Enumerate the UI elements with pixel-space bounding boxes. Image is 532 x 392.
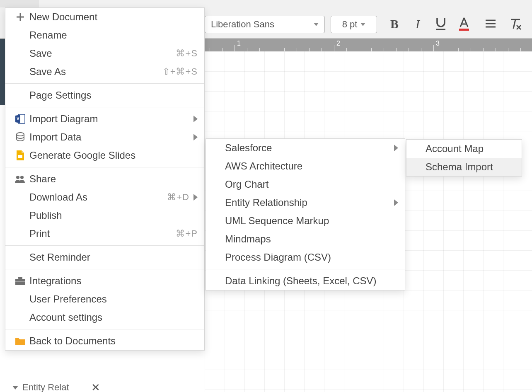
menu-label: Print — [29, 228, 171, 240]
collapse-triangle-icon — [12, 386, 18, 390]
menu-separator — [5, 245, 204, 246]
clear-formatting-icon — [508, 18, 522, 30]
menu-label: Generate Google Slides — [29, 150, 198, 161]
submenu-item-aws-architecture[interactable]: AWS Architecture — [206, 157, 405, 175]
menu-separator — [5, 107, 204, 107]
menu-label: User Preferences — [29, 293, 198, 305]
menu-label: Share — [29, 173, 198, 185]
submenu-item-account-map[interactable]: Account Map — [406, 140, 522, 158]
menu-label: Entity Relationship — [225, 197, 390, 208]
menu-item-page-settings[interactable]: Page Settings — [5, 86, 204, 104]
menu-label: Import Data — [29, 131, 189, 143]
clear-formatting-button[interactable] — [506, 15, 525, 33]
folder-icon — [11, 336, 29, 346]
menu-label: Org Chart — [225, 179, 398, 190]
menu-item-rename[interactable]: Rename — [5, 26, 204, 44]
submenu-item-schema-import[interactable]: Schema Import — [406, 158, 522, 176]
menu-item-user-preferences[interactable]: User Preferences — [5, 290, 204, 308]
ruler-mark: 3 — [436, 40, 440, 47]
align-button[interactable] — [481, 15, 500, 33]
italic-icon: I — [416, 17, 420, 31]
submenu-item-process-diagram-csv[interactable]: Process Diagram (CSV) — [206, 248, 405, 266]
menu-label: New Document — [29, 11, 198, 23]
submenu-item-mindmaps[interactable]: Mindmaps — [206, 230, 405, 248]
share-icon — [11, 174, 29, 184]
svg-rect-1 — [459, 29, 469, 31]
shape-panel-header[interactable]: Entity Relat ✕ — [12, 381, 112, 392]
menu-item-print[interactable]: Print ⌘+P — [5, 225, 204, 243]
menu-label: Integrations — [29, 275, 198, 287]
menu-item-download-as[interactable]: Download As ⌘+D — [5, 188, 204, 206]
menu-item-set-reminder[interactable]: Set Reminder — [5, 248, 204, 266]
text-color-icon — [458, 17, 470, 31]
submenu-item-uml-sequence[interactable]: UML Sequence Markup — [206, 212, 405, 230]
font-family-select[interactable]: Liberation Sans — [205, 16, 325, 33]
menu-item-new-document[interactable]: New Document — [5, 8, 204, 26]
google-slides-icon — [11, 150, 29, 161]
text-color-button[interactable] — [455, 15, 473, 33]
underline-button[interactable] — [432, 15, 450, 33]
menu-label: Mindmaps — [225, 233, 398, 245]
align-icon — [484, 19, 497, 29]
horizontal-ruler: 1 2 3 — [205, 39, 532, 51]
submenu-caret-icon — [193, 134, 198, 140]
svg-point-13 — [20, 176, 24, 179]
menu-item-publish[interactable]: Publish — [5, 206, 204, 225]
menu-label: Account settings — [29, 312, 198, 323]
menu-label: Set Reminder — [29, 252, 198, 263]
submenu-caret-icon — [193, 194, 198, 201]
left-panel-edge — [0, 39, 5, 105]
menu-label: Rename — [29, 29, 198, 41]
menu-label: Data Linking (Sheets, Excel, CSV) — [225, 275, 398, 287]
ruler-mark: 2 — [336, 40, 340, 47]
ruler-mark: 1 — [237, 40, 241, 47]
svg-rect-16 — [15, 281, 25, 282]
briefcase-icon — [11, 276, 29, 286]
caret-down-icon — [360, 23, 365, 26]
menu-item-import-data[interactable]: Import Data — [5, 128, 204, 146]
menu-label: Download As — [29, 191, 162, 203]
menu-item-save-as[interactable]: Save As ⇧+⌘+S — [5, 63, 204, 81]
svg-rect-11 — [18, 155, 22, 158]
caret-down-icon — [314, 23, 319, 26]
shortcut: ⌘+D — [167, 192, 189, 203]
menu-item-integrations[interactable]: Integrations — [5, 272, 204, 290]
menu-label: Save As — [29, 66, 157, 77]
file-menu: New Document Rename Save ⌘+S Save As ⇧+⌘… — [5, 7, 205, 351]
shortcut: ⌘+S — [176, 48, 198, 59]
menu-separator — [5, 167, 204, 167]
menu-label: UML Sequence Markup — [225, 215, 398, 227]
font-size-value: 8 pt — [342, 19, 358, 30]
italic-button[interactable]: I — [409, 15, 427, 33]
plus-icon — [11, 12, 29, 22]
menu-item-account-settings[interactable]: Account settings — [5, 308, 204, 327]
submenu-item-entity-relationship[interactable]: Entity Relationship — [206, 194, 405, 212]
menu-item-generate-google-slides[interactable]: Generate Google Slides — [5, 146, 204, 165]
menu-separator — [5, 83, 204, 84]
menu-label: Process Diagram (CSV) — [225, 252, 398, 263]
menu-item-share[interactable]: Share — [5, 170, 204, 188]
menu-label: Page Settings — [29, 90, 198, 101]
font-family-value: Liberation Sans — [211, 19, 274, 30]
menu-label: Import Diagram — [29, 113, 189, 125]
menu-item-import-diagram[interactable]: V Import Diagram — [5, 110, 204, 128]
menu-item-save[interactable]: Save ⌘+S — [5, 44, 204, 63]
submenu-caret-icon — [394, 199, 398, 206]
visio-icon: V — [11, 113, 29, 125]
menu-separator — [5, 329, 204, 329]
menu-label: Back to Documents — [29, 335, 198, 347]
bold-button[interactable]: B — [385, 15, 404, 33]
font-size-select[interactable]: 8 pt — [331, 16, 377, 33]
close-icon[interactable]: ✕ — [91, 381, 100, 392]
submenu-item-org-chart[interactable]: Org Chart — [206, 175, 405, 194]
import-data-submenu: Salesforce AWS Architecture Org Chart En… — [206, 138, 405, 290]
underline-icon — [435, 17, 447, 31]
submenu-item-salesforce[interactable]: Salesforce — [206, 139, 405, 157]
submenu-caret-icon — [193, 116, 198, 122]
menu-item-back-to-documents[interactable]: Back to Documents — [5, 332, 204, 350]
submenu-item-data-linking[interactable]: Data Linking (Sheets, Excel, CSV) — [206, 272, 405, 290]
salesforce-submenu: Account Map Schema Import — [406, 139, 522, 177]
database-icon — [11, 132, 29, 143]
shortcut: ⌘+P — [176, 228, 198, 239]
menu-label: Schema Import — [426, 161, 515, 173]
